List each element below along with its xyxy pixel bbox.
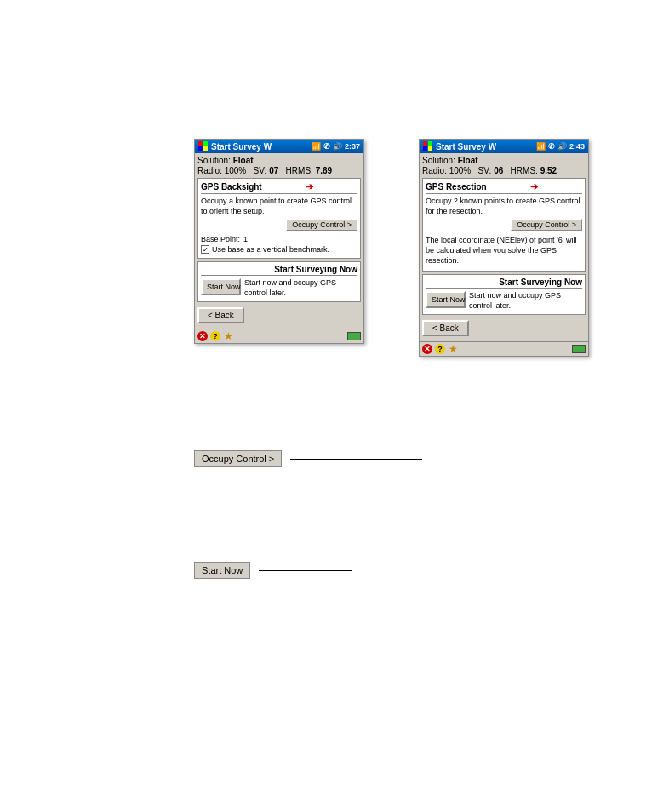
help-icon-1[interactable]: ? [210,331,220,341]
backsight-title-text: GPS Backsight [201,182,262,192]
window1-hrms-value: 7.69 [316,166,332,175]
start-surveying-content-1: Start Now Start now and occupy GPS contr… [201,278,357,298]
window1-sv-label: SV: [254,166,267,175]
backsight-desc: Occupy a known point to create GPS contr… [201,197,357,216]
window2-sv-label: SV: [478,166,492,175]
speaker-icon-2: 🔊 [558,142,567,151]
below-row-2: Start Now [194,562,352,579]
window1-solution-value: Float [233,156,254,165]
window2-hrms-value: 9.52 [540,166,557,175]
local-coord-desc: The local coordinate (NEElev) of point '… [426,233,582,266]
title-bar-2: Start Survey W 📶 ✆ 🔊 2:43 [420,140,588,153]
below-area-left: Occupy Control > [194,443,422,472]
start-surveying-content-2: Start Now Start now and occupy GPS contr… [426,291,582,311]
start-now-desc-1: Start now and occupy GPS control later. [244,278,357,298]
base-point-row: Base Point: 1 [201,235,357,243]
help-icon-2[interactable]: ? [435,344,445,354]
start-now-button-2[interactable]: Start Now [426,291,466,308]
start-now-desc-2: Start now and occupy GPS control later. [469,291,582,311]
svg-rect-0 [198,141,203,146]
signal-icon-2: ✆ [548,142,555,151]
window1-radio-label: Radio: [197,166,222,175]
windows-logo-icon-1 [198,141,209,152]
window2-solution-row: Solution: Float [422,156,586,165]
battery-icon-2 [572,345,586,353]
battery-icon-1 [347,332,361,340]
svg-rect-3 [203,146,208,151]
underline-1 [194,443,326,443]
base-point-value: 1 [243,235,248,243]
base-point-label: Base Point: [201,235,240,243]
back-button-1[interactable]: < Back [197,307,244,323]
resection-section: GPS Resection ➔ Occupy 2 known points to… [422,178,586,272]
underline-2 [290,459,422,460]
window2-radio-label: Radio: [422,166,447,175]
start-now-below-btn[interactable]: Start Now [194,562,250,579]
svg-rect-1 [203,141,208,146]
resection-title: GPS Resection ➔ [426,181,582,194]
bottom-bar-2: ✕ ? ★ [420,341,588,356]
wifi-icon-1: 📶 [312,142,321,151]
speaker-icon-1: 🔊 [333,142,342,151]
window2-radio-value: 100% [449,166,472,175]
close-icon-2[interactable]: ✕ [422,344,432,354]
windows-logo-icon-2 [423,141,433,152]
occupy-btn-wrapper-1: Occupy Control > [201,219,357,233]
resection-desc: Occupy 2 known points to create GPS cont… [426,197,582,216]
window2: Start Survey W 📶 ✆ 🔊 2:43 Solution: Floa… [419,139,589,357]
window1-radio-row: Radio: 100% SV: 07 HRMS: 7.69 [197,166,361,175]
occupy-control-button-2[interactable]: Occupy Control > [511,219,582,231]
benchmark-checkbox-wrapper[interactable]: ✓ Use base as a vertical benchmark. [201,245,357,254]
window2-hrms-label: HRMS: [511,166,538,175]
bottom-icons-left-2: ✕ ? ★ [422,344,458,354]
window1-sv-value: 07 [269,166,278,175]
start-surveying-title-1: Start Surveying Now [201,265,357,276]
start-surveying-title-2: Start Surveying Now [426,277,582,289]
close-icon-1[interactable]: ✕ [197,331,208,341]
title-bar-left-2: Start Survey W [423,141,496,152]
start-surveying-section-2: Start Surveying Now Start Now Start now … [422,274,586,314]
window2-content: Solution: Float Radio: 100% SV: 06 HRMS:… [420,153,588,341]
resection-arrow-icon: ➔ [530,181,538,192]
backsight-section: GPS Backsight ➔ Occupy a known point to … [197,178,361,259]
title-bar-right-2: 📶 ✆ 🔊 2:43 [536,142,585,151]
window1-content: Solution: Float Radio: 100% SV: 07 HRMS:… [195,153,363,329]
benchmark-checkbox[interactable]: ✓ [201,245,209,254]
window2-title: Start Survey W [436,142,496,152]
favorites-icon-2[interactable]: ★ [448,344,458,354]
window2-time: 2:43 [569,142,585,151]
start-now-button-1[interactable]: Start Now [201,278,241,295]
benchmark-label: Use base as a vertical benchmark. [212,245,329,254]
svg-rect-2 [198,146,203,151]
below-area-left-2: Start Now [194,562,352,579]
window2-radio-row: Radio: 100% SV: 06 HRMS: 9.52 [422,166,586,175]
window2-solution-value: Float [458,156,478,165]
window1-radio-value: 100% [225,166,247,175]
window1-hrms-label: HRMS: [286,166,313,175]
favorites-icon-1[interactable]: ★ [223,331,233,341]
wifi-icon-2: 📶 [536,142,546,151]
window2-sv-value: 06 [494,166,503,175]
svg-rect-7 [428,146,432,151]
window1-solution-label: Solution: [197,156,231,165]
bottom-icons-left-1: ✕ ? ★ [197,331,233,341]
occupy-control-button-1[interactable]: Occupy Control > [286,219,357,231]
window1-time: 2:37 [345,142,360,151]
title-bar-right-1: 📶 ✆ 🔊 2:37 [312,142,360,151]
start-surveying-section-1: Start Surveying Now Start Now Start now … [197,261,361,301]
svg-rect-5 [428,141,432,146]
window1-title: Start Survey W [211,142,272,152]
svg-rect-6 [423,146,427,151]
window2-solution-label: Solution: [422,156,455,165]
below-row-1: Occupy Control > [194,450,422,467]
occupy-btn-wrapper-2: Occupy Control > [426,219,582,233]
svg-rect-4 [423,141,427,146]
page-container: Start Survey W 📶 ✆ 🔊 2:37 Solution: Floa… [0,0,669,812]
back-button-2[interactable]: < Back [422,320,469,336]
occupy-control-below-btn[interactable]: Occupy Control > [194,450,282,467]
title-bar-left-1: Start Survey W [198,141,272,152]
backsight-title: GPS Backsight ➔ [201,181,357,194]
window1: Start Survey W 📶 ✆ 🔊 2:37 Solution: Floa… [194,139,364,344]
window1-solution-row: Solution: Float [197,156,361,165]
underline-3 [259,570,352,571]
